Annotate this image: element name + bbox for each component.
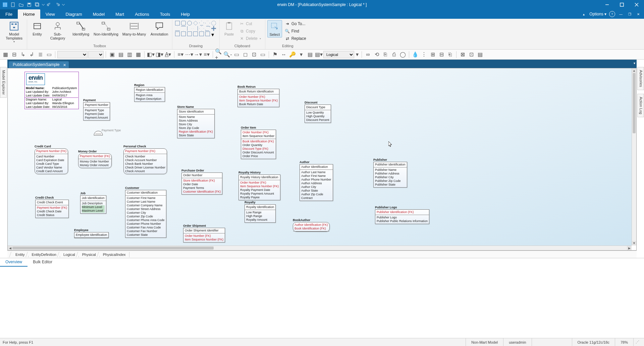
- line-weight-icon[interactable]: ≡▾: [176, 51, 184, 59]
- display-4-icon[interactable]: ▦: [134, 51, 142, 59]
- shape-gallery[interactable]: ▾: [174, 20, 217, 37]
- document-tab-close-icon[interactable]: ✕: [62, 63, 67, 67]
- delete-button[interactable]: ✕Delete▾: [237, 35, 263, 42]
- entity-royalty[interactable]: RoyaltyRoyalty IdentificationLow RangeHi…: [245, 201, 276, 223]
- line-end-icon[interactable]: →▾: [194, 51, 202, 59]
- entity-publisher[interactable]: PublisherPublisher IdentificationPublish…: [373, 158, 407, 188]
- entity-payment[interactable]: PaymentPayment NumberPayment TypePayment…: [83, 98, 110, 121]
- action-log-panel-tab[interactable]: Action Log: [637, 94, 644, 117]
- cut-button[interactable]: ✂Cut: [237, 20, 263, 27]
- entity-money_order[interactable]: Money OrderPayment Number (FK)Money Orde…: [78, 150, 112, 168]
- zoom-fit-icon[interactable]: ▭: [232, 51, 240, 59]
- mdi-close-button[interactable]: ✕: [635, 11, 641, 17]
- qat-save-icon[interactable]: [25, 1, 33, 8]
- zoom-out-icon[interactable]: 🔍-: [224, 51, 232, 59]
- minimize-button[interactable]: [600, 0, 614, 9]
- entity-customer[interactable]: CustomerCustomer IdentificationCustomer …: [125, 186, 166, 238]
- display-3-icon[interactable]: ▥: [125, 51, 133, 59]
- sub-category-button[interactable]: Sub-Category: [46, 20, 69, 41]
- qat-redo-icon[interactable]: [54, 1, 61, 8]
- entity-credit_card[interactable]: Credit CardPayment Number (FK)Card Numbe…: [35, 145, 68, 174]
- entity-author[interactable]: AuthorAuthor IdentificationAuthor Last N…: [300, 160, 333, 201]
- nav-5-icon[interactable]: ▤: [306, 51, 314, 59]
- nav-2-icon[interactable]: ↔: [280, 51, 288, 59]
- tool-h-icon[interactable]: ⊞: [429, 51, 437, 59]
- paste-button[interactable]: Paste: [222, 20, 236, 37]
- entity-order_shipment[interactable]: Order ShipmentOrder Shipment IdentifierO…: [183, 224, 225, 243]
- tool-l-icon[interactable]: ⊡: [467, 51, 475, 59]
- find-button[interactable]: 🔍Find: [283, 27, 308, 35]
- tool-a-icon[interactable]: ∞: [364, 51, 372, 59]
- qat-customize-icon[interactable]: [62, 1, 65, 8]
- nav-4-icon[interactable]: ▾: [297, 51, 305, 59]
- tool-m-icon[interactable]: ▤: [476, 51, 484, 59]
- font-size-select[interactable]: [88, 51, 104, 58]
- zoom-100-icon[interactable]: ◻: [241, 51, 249, 59]
- non-identifying-button[interactable]: Non-Identifying: [92, 20, 120, 37]
- ribbon-expand-icon[interactable]: ▴: [581, 11, 587, 17]
- entity-book_author[interactable]: BookAuthorAuthor Identification (FK)Book…: [293, 218, 330, 232]
- entity-order_item[interactable]: Order ItemOrder Number (FK)Item Sequence…: [241, 126, 276, 159]
- qat-undo-icon[interactable]: [46, 1, 53, 8]
- zoom-sel-icon[interactable]: ⊡: [250, 51, 258, 59]
- document-tabs-dropdown-icon[interactable]: ▾: [634, 61, 635, 65]
- nav-1-icon[interactable]: ⚑: [271, 51, 279, 59]
- identifying-button[interactable]: Identifying: [70, 20, 92, 37]
- tool-e-icon[interactable]: ◯: [399, 51, 407, 59]
- tool-b-icon[interactable]: ⟲: [373, 51, 381, 59]
- entity-purchase_order[interactable]: Purchase OrderOrder NumberStore Identifi…: [181, 169, 222, 195]
- tb-align1-icon[interactable]: ▦: [1, 51, 9, 59]
- status-zoom[interactable]: 78%: [615, 338, 633, 346]
- entity-discount[interactable]: DiscountDiscount TypeLow QuantityHigh Qu…: [305, 101, 331, 123]
- menu-file[interactable]: File: [0, 9, 18, 19]
- tb-align3-icon[interactable]: ↳: [19, 51, 27, 59]
- tool-f-icon[interactable]: 💧: [411, 51, 419, 59]
- entity-royalty_history[interactable]: Royalty HistoryRoyalty History Identific…: [238, 171, 280, 200]
- tool-c-icon[interactable]: ⎘: [381, 51, 389, 59]
- vscroll-thumb[interactable]: [633, 73, 636, 133]
- tb-align2-icon[interactable]: ⊟: [10, 51, 18, 59]
- zoom-page-icon[interactable]: ▭: [259, 51, 267, 59]
- tb-align5-icon[interactable]: ≣: [36, 51, 44, 59]
- tool-g-icon[interactable]: ⋮: [420, 51, 428, 59]
- zoom-in-icon[interactable]: 🔍+: [215, 51, 223, 59]
- menu-view[interactable]: View: [40, 9, 60, 19]
- qat-saveall-icon[interactable]: [34, 1, 41, 8]
- hscroll-thumb[interactable]: [12, 247, 214, 250]
- model-templates-button[interactable]: Model Templates ▾: [3, 20, 25, 44]
- status-resize-grip-icon[interactable]: ⋰: [633, 338, 641, 346]
- tool-j-icon[interactable]: ⎗: [446, 51, 454, 59]
- menu-mart[interactable]: Mart: [110, 9, 129, 19]
- tb-align4-icon[interactable]: ↲: [28, 51, 36, 59]
- display-1-icon[interactable]: ▣: [108, 51, 116, 59]
- entity-job[interactable]: JobJob IdentificationJob DescriptionMini…: [80, 192, 106, 214]
- line-color-icon[interactable]: ◨▾: [155, 51, 163, 59]
- entity-employee[interactable]: EmployeeEmployee Identification: [74, 228, 109, 238]
- annotation-button[interactable]: Annotation: [149, 20, 170, 37]
- scroll-right-icon[interactable]: ▶: [627, 246, 632, 250]
- entity-personal_check[interactable]: Personal CheckPayment Number (FK)Check N…: [123, 145, 167, 174]
- overview-tab[interactable]: Overview: [0, 258, 28, 267]
- scroll-down-icon[interactable]: ▼: [632, 241, 636, 246]
- model-explorer-panel-tab[interactable]: Model Explorer: [0, 67, 7, 98]
- entity-store[interactable]: Store NameStore IdentificationStore Name…: [177, 105, 215, 138]
- entity-region[interactable]: RegionRegion IdentificationRegion AreaRe…: [134, 83, 165, 102]
- tool-d-icon[interactable]: ⎙: [390, 51, 398, 59]
- menu-tools[interactable]: Tools: [155, 9, 175, 19]
- tool-i-icon[interactable]: ⊟: [437, 51, 445, 59]
- font-family-select[interactable]: [57, 51, 88, 58]
- qat-open-icon[interactable]: [17, 1, 25, 8]
- copy-button[interactable]: ⧉Copy: [237, 27, 263, 35]
- menu-model[interactable]: Model: [88, 9, 110, 19]
- menu-diagram[interactable]: Diagram: [60, 9, 88, 19]
- model-info-box[interactable]: erwinerwin, Inc. Model Name:PublicationS…: [24, 72, 79, 109]
- bulk-editor-tab[interactable]: Bulk Editor: [28, 258, 58, 267]
- display-2-icon[interactable]: ▤: [117, 51, 125, 59]
- options-menu[interactable]: Options ▾: [589, 12, 606, 16]
- tool-k-icon[interactable]: ⊠: [459, 51, 467, 59]
- menu-actions[interactable]: Actions: [129, 9, 155, 19]
- mdi-restore-button[interactable]: ❐: [627, 11, 633, 17]
- entity-credit_check[interactable]: Credit CheckCredit Check EventPayment Nu…: [35, 196, 69, 218]
- scroll-left-icon[interactable]: ◀: [8, 246, 12, 250]
- entity-publisher_logo[interactable]: Publisher LogoPublisher Identification (…: [375, 206, 429, 224]
